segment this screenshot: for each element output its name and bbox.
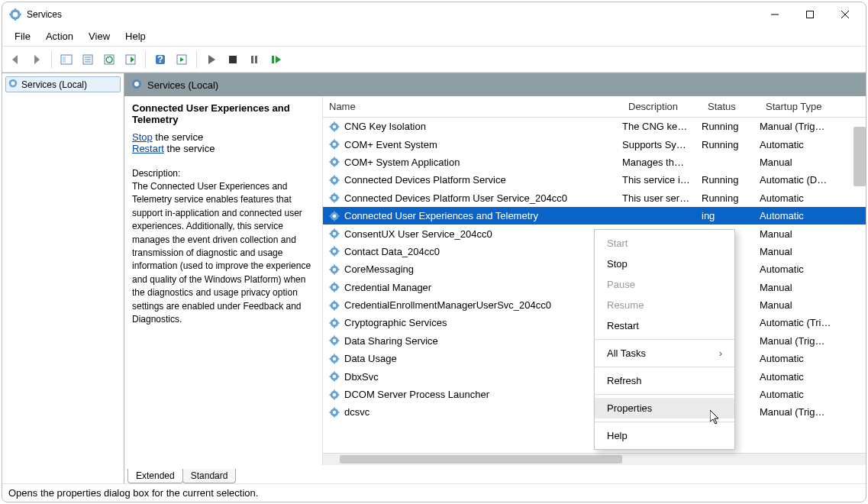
restart-service-button[interactable] bbox=[267, 51, 284, 68]
col-name[interactable]: Name bbox=[323, 101, 622, 112]
back-button[interactable] bbox=[7, 51, 24, 68]
window-title: Services bbox=[27, 9, 757, 20]
svg-rect-57 bbox=[334, 183, 335, 186]
svg-rect-125 bbox=[337, 376, 340, 377]
properties-button[interactable] bbox=[79, 51, 96, 68]
action-button[interactable] bbox=[173, 51, 190, 68]
close-button[interactable] bbox=[828, 3, 863, 26]
svg-point-35 bbox=[134, 82, 139, 86]
svg-rect-129 bbox=[334, 397, 335, 399]
svg-rect-56 bbox=[334, 175, 335, 177]
cm-stop[interactable]: Stop bbox=[595, 254, 734, 274]
menu-action[interactable]: Action bbox=[40, 29, 79, 44]
gear-icon bbox=[8, 78, 18, 91]
cm-refresh[interactable]: Refresh bbox=[595, 370, 734, 391]
detail-service-name: Connected User Experiences and Telemetry bbox=[132, 102, 315, 125]
service-name: Data Usage bbox=[344, 353, 622, 364]
svg-rect-53 bbox=[337, 162, 340, 163]
forward-button[interactable] bbox=[28, 51, 45, 68]
gear-icon bbox=[328, 246, 341, 257]
tree-root-services-local[interactable]: Services (Local) bbox=[5, 76, 121, 92]
mouse-cursor bbox=[710, 410, 722, 425]
service-row[interactable]: CNG Key IsolationThe CNG ke…RunningManua… bbox=[323, 118, 866, 135]
gear-icon bbox=[328, 157, 341, 167]
service-startup: Automatic bbox=[760, 371, 866, 383]
col-status[interactable]: Status bbox=[702, 101, 760, 112]
maximize-button[interactable] bbox=[792, 3, 828, 26]
svg-rect-106 bbox=[329, 322, 331, 324]
col-description[interactable]: Description bbox=[622, 101, 702, 112]
services-window: Services File Action View Help ? bbox=[2, 2, 866, 502]
menu-help[interactable]: Help bbox=[119, 29, 152, 44]
cm-help[interactable]: Help bbox=[595, 425, 734, 446]
svg-point-61 bbox=[333, 196, 336, 199]
svg-rect-71 bbox=[337, 215, 340, 217]
description-label: Description: bbox=[132, 168, 315, 179]
cm-pause: Pause bbox=[595, 274, 734, 295]
svg-marker-11 bbox=[34, 55, 40, 64]
export-button[interactable] bbox=[122, 51, 139, 68]
menu-file[interactable]: File bbox=[8, 29, 37, 44]
service-row[interactable]: Connected Devices Platform ServiceThis s… bbox=[323, 171, 866, 189]
svg-point-97 bbox=[333, 303, 336, 306]
svg-rect-40 bbox=[329, 126, 331, 128]
svg-rect-5 bbox=[19, 14, 21, 15]
start-service-button[interactable] bbox=[203, 51, 220, 68]
svg-rect-62 bbox=[334, 193, 335, 195]
service-name: Data Sharing Service bbox=[344, 335, 622, 347]
service-row[interactable]: COM+ System ApplicationManages th…Manual bbox=[323, 153, 866, 171]
restart-link[interactable]: Restart bbox=[132, 143, 164, 154]
svg-rect-118 bbox=[329, 358, 331, 360]
titlebar: Services bbox=[2, 2, 866, 27]
help-button[interactable]: ? bbox=[152, 51, 169, 68]
col-startup[interactable]: Startup Type bbox=[760, 101, 866, 112]
minimize-button[interactable] bbox=[757, 3, 792, 26]
stop-service-button[interactable] bbox=[224, 51, 241, 68]
cm-resume: Resume bbox=[595, 295, 734, 315]
service-name: Contact Data_204cc0 bbox=[344, 246, 622, 257]
svg-rect-98 bbox=[334, 300, 335, 302]
svg-rect-105 bbox=[334, 326, 335, 328]
cm-all-tasks[interactable]: All Tasks bbox=[595, 343, 734, 363]
service-status: Running bbox=[702, 139, 760, 150]
svg-rect-83 bbox=[337, 251, 340, 253]
svg-rect-65 bbox=[337, 197, 340, 199]
refresh-button[interactable] bbox=[101, 51, 118, 68]
service-startup: Automatic (D… bbox=[760, 174, 866, 186]
cm-restart[interactable]: Restart bbox=[595, 315, 734, 336]
show-hide-tree-button[interactable] bbox=[58, 51, 75, 68]
service-startup: Automatic bbox=[760, 139, 866, 150]
svg-point-79 bbox=[333, 250, 336, 253]
svg-marker-25 bbox=[180, 57, 184, 62]
service-name: Connected Devices Platform Service bbox=[344, 174, 622, 186]
svg-rect-70 bbox=[329, 215, 331, 217]
stop-link[interactable]: Stop bbox=[132, 131, 153, 143]
svg-marker-138 bbox=[710, 410, 718, 424]
horizontal-scrollbar[interactable] bbox=[323, 453, 866, 465]
service-name: CoreMessaging bbox=[344, 263, 622, 275]
tab-strip: Extended Standard bbox=[124, 465, 866, 483]
service-row[interactable]: Connected Devices Platform User Service_… bbox=[323, 189, 866, 207]
service-row[interactable]: Connected User Experiences and Telemetry… bbox=[323, 207, 866, 225]
tab-extended[interactable]: Extended bbox=[127, 469, 183, 483]
svg-rect-47 bbox=[337, 144, 340, 145]
svg-point-67 bbox=[333, 214, 336, 217]
tab-standard[interactable]: Standard bbox=[182, 469, 237, 483]
svg-rect-124 bbox=[329, 376, 331, 377]
detail-pane: Connected User Experiences and Telemetry… bbox=[124, 96, 323, 465]
menu-view[interactable]: View bbox=[82, 29, 116, 44]
gear-icon bbox=[328, 121, 341, 132]
gear-icon bbox=[328, 139, 341, 150]
svg-rect-136 bbox=[329, 412, 331, 413]
svg-point-49 bbox=[333, 160, 336, 163]
service-desc: Manages th… bbox=[622, 157, 702, 168]
svg-rect-4 bbox=[9, 14, 11, 15]
svg-rect-134 bbox=[334, 407, 335, 409]
pause-service-button[interactable] bbox=[246, 51, 263, 68]
tree-root-label: Services (Local) bbox=[21, 79, 87, 90]
svg-point-133 bbox=[333, 411, 336, 414]
service-row[interactable]: COM+ Event SystemSupports Sy…RunningAuto… bbox=[323, 135, 866, 153]
svg-point-91 bbox=[333, 286, 336, 289]
vertical-scrollbar[interactable] bbox=[853, 127, 866, 186]
gear-icon bbox=[328, 300, 341, 311]
